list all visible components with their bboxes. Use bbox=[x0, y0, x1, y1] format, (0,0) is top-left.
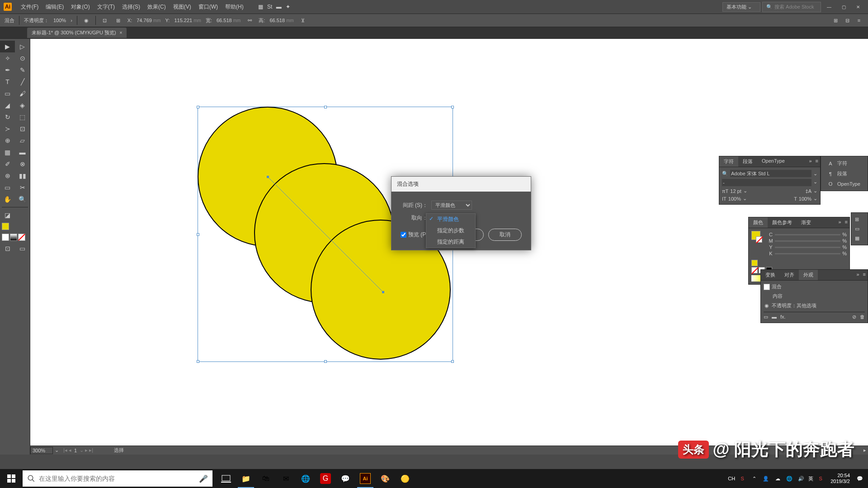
clear-icon[interactable]: ⊘ bbox=[852, 314, 856, 320]
symbols-icon[interactable]: ▦ bbox=[853, 234, 866, 243]
file-explorer-icon[interactable]: 📁 bbox=[236, 469, 256, 488]
ime-indicator[interactable]: CH bbox=[728, 476, 735, 481]
line-tool[interactable]: ╱ bbox=[15, 76, 30, 88]
panel-menu-icon[interactable]: ≡ bbox=[843, 217, 849, 228]
stroke-color-swatch[interactable] bbox=[756, 236, 762, 243]
appearance-item-opacity[interactable]: 不透明度：其他选项 bbox=[772, 302, 816, 309]
menu-view[interactable]: 视图(V) bbox=[170, 3, 195, 11]
y-value[interactable]: 115.221 mm bbox=[174, 18, 201, 23]
microphone-icon[interactable]: 🎤 bbox=[199, 474, 208, 483]
vertical-scale-field[interactable]: 100% bbox=[728, 196, 741, 202]
cancel-button[interactable]: 取消 bbox=[488, 229, 522, 241]
zoom-field[interactable] bbox=[30, 447, 53, 454]
document-tab[interactable]: 未标题-1* @ 300% (CMYK/GPU 预览) × bbox=[27, 28, 127, 38]
menu-type[interactable]: 文字(T) bbox=[94, 3, 118, 11]
tab-paragraph[interactable]: 段落 bbox=[738, 156, 757, 167]
browser-icon[interactable]: 🌐 bbox=[296, 469, 316, 488]
paint-app-icon[interactable]: 🎨 bbox=[375, 469, 395, 488]
add-fill-icon[interactable]: ▬ bbox=[772, 314, 777, 320]
stock-icon[interactable]: St bbox=[265, 2, 274, 11]
width-tool[interactable]: ≻ bbox=[0, 123, 15, 135]
clock[interactable]: 20:54 2019/3/2 bbox=[828, 473, 853, 484]
color-mode-swatch[interactable] bbox=[2, 234, 9, 241]
network-icon[interactable]: 🌐 bbox=[785, 474, 794, 483]
panel-collapse-icon[interactable]: » bbox=[807, 156, 813, 167]
close-button[interactable]: ✕ bbox=[852, 3, 864, 11]
people-icon[interactable]: 👤 bbox=[761, 474, 770, 483]
gpu-icon[interactable]: ✦ bbox=[283, 2, 292, 11]
dropdown-item-smooth[interactable]: 平滑颜色 bbox=[426, 214, 475, 225]
onedrive-icon[interactable]: ☁ bbox=[773, 474, 782, 483]
menu-select[interactable]: 选择(S) bbox=[118, 3, 144, 11]
none-mode-swatch[interactable] bbox=[18, 234, 25, 241]
brushes-icon[interactable]: ▭ bbox=[853, 224, 866, 234]
spacing-dropdown[interactable]: 平滑颜色 bbox=[431, 201, 472, 210]
pen-tool[interactable]: ✒ bbox=[0, 64, 15, 76]
fill-stroke-swatches[interactable] bbox=[0, 221, 30, 232]
store-icon[interactable]: 🛍 bbox=[256, 469, 276, 488]
prefs-icon[interactable]: ⊟ bbox=[843, 16, 852, 25]
link-wh-icon[interactable]: ⚯ bbox=[245, 16, 254, 25]
h-value[interactable]: 66.518 mm bbox=[269, 18, 293, 23]
drawing-mode[interactable]: ⊡ bbox=[0, 243, 15, 254]
swatches-icon[interactable]: ⊞ bbox=[853, 215, 866, 224]
setup-icon[interactable]: ⊞ bbox=[831, 16, 840, 25]
shape-mode-icon[interactable]: ⊻ bbox=[298, 16, 307, 25]
mini-opentype[interactable]: OOpenType bbox=[823, 179, 866, 189]
type-tool[interactable]: T bbox=[0, 76, 15, 88]
graph-tool[interactable]: ▮▮ bbox=[15, 170, 30, 182]
menu-object[interactable]: 对象(O) bbox=[67, 3, 93, 11]
mesh-tool[interactable]: ▦ bbox=[0, 146, 15, 158]
shaper-tool[interactable]: ◢ bbox=[0, 99, 15, 111]
ime-lang[interactable]: 英 bbox=[808, 475, 813, 482]
artboard-tool[interactable]: ▭ bbox=[0, 182, 15, 193]
tab-gradient[interactable]: 渐变 bbox=[797, 217, 816, 228]
notifications-icon[interactable]: 💬 bbox=[855, 474, 864, 483]
eyedropper-tool[interactable]: ✐ bbox=[0, 158, 15, 170]
tab-character[interactable]: 字符 bbox=[719, 156, 738, 167]
workspace-dropdown[interactable]: 基本功能 ⌄ bbox=[722, 2, 760, 12]
tray-app-icon[interactable]: S bbox=[738, 474, 747, 483]
illustrator-taskbar-icon[interactable]: Ai bbox=[355, 469, 375, 488]
gradient-mode-swatch[interactable] bbox=[10, 234, 17, 241]
search-adobe-stock[interactable]: 🔍 搜索 Adobe Stock bbox=[762, 2, 821, 12]
rectangle-tool[interactable]: ▭ bbox=[0, 88, 15, 99]
horizontal-scale-field[interactable]: 100% bbox=[799, 196, 811, 202]
paintbrush-tool[interactable]: 🖌 bbox=[15, 88, 30, 99]
arrange-icon[interactable]: ▬ bbox=[274, 2, 283, 11]
dropdown-item-steps[interactable]: 指定的步数 bbox=[426, 225, 475, 236]
tab-align[interactable]: 对齐 bbox=[780, 270, 799, 280]
tab-opentype[interactable]: OpenType bbox=[757, 156, 789, 167]
tab-color[interactable]: 颜色 bbox=[749, 217, 768, 228]
menu-edit[interactable]: 编辑(E) bbox=[42, 3, 67, 11]
dropdown-item-distance[interactable]: 指定的距离 bbox=[426, 236, 475, 248]
rotate-tool[interactable]: ↻ bbox=[0, 111, 15, 123]
eraser-tool[interactable]: ◈ bbox=[15, 99, 30, 111]
slice-tool[interactable]: ✂ bbox=[15, 182, 30, 193]
appearance-item-blend[interactable]: 混合 bbox=[772, 283, 782, 290]
curvature-tool[interactable]: ✎ bbox=[15, 64, 30, 76]
font-style-field[interactable] bbox=[722, 179, 811, 186]
windows-search[interactable]: 🎤 bbox=[23, 470, 212, 487]
direct-selection-tool[interactable]: ▷ bbox=[15, 41, 30, 52]
panel-collapse-icon[interactable]: » bbox=[836, 217, 843, 228]
preview-checkbox[interactable]: 预览 (P) bbox=[401, 231, 428, 239]
fill-stroke-swap[interactable]: ◪ bbox=[0, 209, 15, 221]
bridge-icon[interactable]: ▦ bbox=[256, 2, 265, 11]
minimize-button[interactable]: — bbox=[823, 3, 835, 11]
maximize-button[interactable]: ▢ bbox=[837, 3, 850, 11]
panel-menu-icon[interactable]: ≡ bbox=[861, 270, 868, 280]
blend-tool[interactable]: ⊗ bbox=[15, 158, 30, 170]
tab-close-icon[interactable]: × bbox=[120, 30, 123, 35]
task-view-icon[interactable] bbox=[216, 469, 236, 488]
menu-help[interactable]: 帮助(H) bbox=[222, 3, 247, 11]
visibility-icon[interactable]: ◉ bbox=[764, 303, 770, 309]
panel-menu-icon[interactable]: ≡ bbox=[854, 16, 863, 25]
opacity-value[interactable]: 100% bbox=[53, 18, 66, 23]
mini-paragraph[interactable]: ¶段落 bbox=[823, 169, 866, 179]
search-input[interactable] bbox=[39, 475, 199, 482]
font-family-field[interactable] bbox=[730, 170, 811, 177]
font-size-field[interactable]: 12 pt bbox=[730, 188, 741, 194]
screen-mode[interactable]: ▭ bbox=[15, 243, 30, 254]
start-button[interactable] bbox=[0, 469, 23, 488]
